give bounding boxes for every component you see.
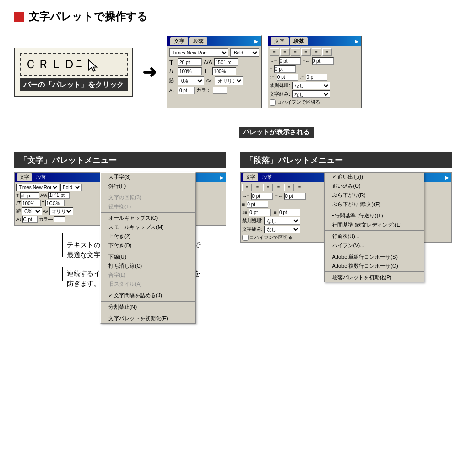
para-align-6[interactable]: ≡ bbox=[295, 184, 304, 191]
tab-character-2[interactable]: 文字 bbox=[271, 37, 289, 45]
para-tab-char[interactable]: 文字 bbox=[243, 173, 258, 181]
para-menu-oidashi[interactable]: ✓ 追い出し(I) bbox=[325, 173, 424, 182]
menu-item-italic[interactable]: 斜行(F) bbox=[101, 182, 195, 191]
char-scalev-input-sm[interactable] bbox=[45, 200, 65, 206]
para-menu-linespacing-2[interactable]: 行間基準 (欧文レディング)(E) bbox=[325, 220, 424, 229]
align-force-btn[interactable]: ≡ bbox=[312, 48, 321, 56]
para-menu-adobe-single[interactable]: Adobe 単組行コンポーザ(S) bbox=[325, 252, 424, 261]
char-lead-icon: A/A bbox=[40, 193, 47, 198]
char-scaleh-input-sm[interactable] bbox=[22, 200, 41, 206]
menu-item-oldstyle: 旧スタイル(A) bbox=[101, 280, 195, 289]
menu-item-radial: 径中様(T) bbox=[101, 202, 195, 211]
tab-paragraph-2[interactable]: 段落 bbox=[290, 37, 308, 45]
char-leading-input-sm[interactable] bbox=[48, 192, 70, 199]
char-style-select[interactable]: Bold bbox=[60, 184, 82, 191]
font-size-input[interactable] bbox=[178, 58, 202, 66]
para-menu-burasagari-latin[interactable]: ぶら下がり (欧文)(E) bbox=[325, 200, 424, 209]
para-menu-adobe-multi[interactable]: Adobe 複数行コンポーザ(C) bbox=[325, 261, 424, 270]
char-menu-btn[interactable]: ▶ bbox=[220, 175, 224, 180]
para-hyphen-cb-sm[interactable] bbox=[242, 235, 249, 241]
char-size-t-icon: T bbox=[16, 193, 19, 198]
char-size-input-sm[interactable] bbox=[20, 192, 39, 199]
color-swatch[interactable] bbox=[213, 87, 227, 94]
indent-right-input[interactable] bbox=[312, 57, 334, 65]
para-align-3[interactable]: ≡ bbox=[263, 184, 273, 191]
kern-select[interactable]: オリリス bbox=[215, 76, 243, 85]
menu-sep-3 bbox=[101, 251, 195, 251]
font-name-select[interactable]: Times New Rom... bbox=[169, 48, 228, 57]
menu-item-smallcaps[interactable]: スモールキャップス(M) bbox=[101, 223, 195, 232]
menu-item-subscript[interactable]: 下付き(D) bbox=[101, 241, 195, 250]
char-track-select-sm[interactable]: C% bbox=[22, 207, 42, 215]
align-center-btn[interactable]: ≡ bbox=[280, 48, 290, 56]
align-right-btn[interactable]: ≡ bbox=[291, 48, 300, 56]
menu-item-large-text[interactable]: 大手字(3) bbox=[101, 173, 195, 182]
indent-first-label: ≡ bbox=[270, 66, 272, 72]
char-kern-select-sm[interactable]: オリリス bbox=[49, 207, 73, 215]
character-palette-with-menu: 文字 段落 ▶ Times New Rom... Bold T A/A bbox=[14, 172, 226, 226]
para-space-before-sm[interactable] bbox=[249, 209, 271, 216]
para-menu-rowspacing[interactable]: 行前後(U)... bbox=[325, 232, 424, 241]
tab-character-1[interactable]: 文字 bbox=[170, 37, 188, 45]
baseline-input[interactable] bbox=[178, 87, 195, 94]
palette-menu-icon-2[interactable]: ▶ bbox=[355, 38, 358, 44]
tracking-select[interactable]: 0% bbox=[178, 76, 204, 85]
scale-v-input[interactable] bbox=[212, 67, 236, 75]
para-menu-oikomi[interactable]: 追い込み(O) bbox=[325, 182, 424, 191]
paragraph-palette[interactable]: 文字 段落 ▶ ≡ ≡ ≡ ≡ ≡ ≡ →≡ ≡← bbox=[267, 35, 362, 108]
title-icon-square bbox=[14, 12, 24, 22]
char-tab-char[interactable]: 文字 bbox=[17, 173, 32, 181]
menu-sep-5 bbox=[101, 301, 195, 302]
kinsoku-select[interactable]: なし bbox=[292, 82, 330, 89]
para-space-after-sm[interactable] bbox=[279, 209, 300, 216]
palette-menu-icon-1[interactable]: ▶ bbox=[254, 38, 258, 44]
character-palette[interactable]: 文字 段落 ▶ Times New Rom... Bold T A bbox=[166, 35, 262, 108]
indent-left-input[interactable] bbox=[279, 57, 301, 65]
menu-item-spacing-checked[interactable]: ✓ 文字間隔を詰める(J) bbox=[101, 291, 195, 300]
arrow-icon: ➜ bbox=[142, 62, 157, 82]
char-font-select[interactable]: Times New Rom... bbox=[16, 184, 59, 191]
para-indent-right-sm[interactable] bbox=[284, 193, 306, 200]
para-menu-reset[interactable]: 段落パレットを初期化(P) bbox=[325, 273, 424, 282]
hyphen-checkbox[interactable] bbox=[270, 99, 276, 106]
para-mojikumi-sm[interactable]: なし bbox=[264, 226, 300, 233]
char-color-swatch-sm[interactable] bbox=[54, 216, 65, 222]
tab-paragraph-1[interactable]: 段落 bbox=[189, 37, 207, 45]
menu-item-underline[interactable]: 下線(U) bbox=[101, 252, 195, 261]
leading-input[interactable] bbox=[214, 58, 238, 66]
menu-spacing-text: 文字間隔を詰める(J) bbox=[114, 292, 162, 299]
menu-item-reset-char[interactable]: 文字パレットを初期化(E) bbox=[101, 314, 195, 323]
baseline-color-row: A↓ カラ： bbox=[169, 87, 259, 94]
para-align-2[interactable]: ≡ bbox=[253, 184, 262, 191]
align-left-btn[interactable]: ≡ bbox=[270, 48, 279, 56]
menu-item-no-break[interactable]: 分割禁止(N) bbox=[101, 303, 195, 312]
para-align-1[interactable]: ≡ bbox=[242, 184, 252, 191]
para-kinsoku-sm[interactable]: なし bbox=[264, 217, 300, 225]
align-buttons-row: ≡ ≡ ≡ ≡ ≡ ≡ bbox=[270, 48, 359, 56]
menu-item-strikethrough[interactable]: 打ち消し線(C) bbox=[101, 261, 195, 270]
para-first-indent-sm[interactable] bbox=[247, 201, 268, 208]
align-last-btn[interactable]: ≡ bbox=[322, 48, 332, 56]
kern-label: AV bbox=[206, 78, 213, 83]
menu-item-allcaps[interactable]: オールキャップス(C) bbox=[101, 214, 195, 223]
space-after-input[interactable] bbox=[306, 74, 327, 81]
para-tab-para[interactable]: 段落 bbox=[260, 173, 275, 181]
space-before-input[interactable] bbox=[277, 74, 298, 81]
menu-item-superscript[interactable]: 上付き(2) bbox=[101, 232, 195, 241]
char-tab-para[interactable]: 段落 bbox=[33, 173, 49, 181]
para-align-4[interactable]: ≡ bbox=[274, 184, 283, 191]
para-menu-burasagari[interactable]: ぶら下がり(R) bbox=[325, 191, 424, 200]
para-indent-left-sm[interactable] bbox=[251, 193, 273, 200]
char-baseline-input-sm[interactable] bbox=[22, 216, 38, 223]
font-style-select[interactable]: Bold bbox=[230, 48, 259, 57]
para-menu-linespacing-1[interactable]: • 行間基準 (行送り)(T) bbox=[325, 211, 424, 220]
para-align-5[interactable]: ≡ bbox=[284, 184, 294, 191]
size-row: T A/A bbox=[169, 58, 259, 66]
para-menu-btn[interactable]: ▶ bbox=[445, 175, 449, 180]
scale-h-input[interactable] bbox=[178, 67, 202, 75]
para-indent-right-icon: ≡← bbox=[275, 194, 282, 199]
indent-first-input[interactable] bbox=[274, 65, 296, 73]
align-justify-btn[interactable]: ≡ bbox=[301, 48, 311, 56]
para-menu-hyphen-settings[interactable]: ハイフン(V)... bbox=[325, 241, 424, 250]
mojikumi-select[interactable]: なし bbox=[292, 90, 330, 98]
